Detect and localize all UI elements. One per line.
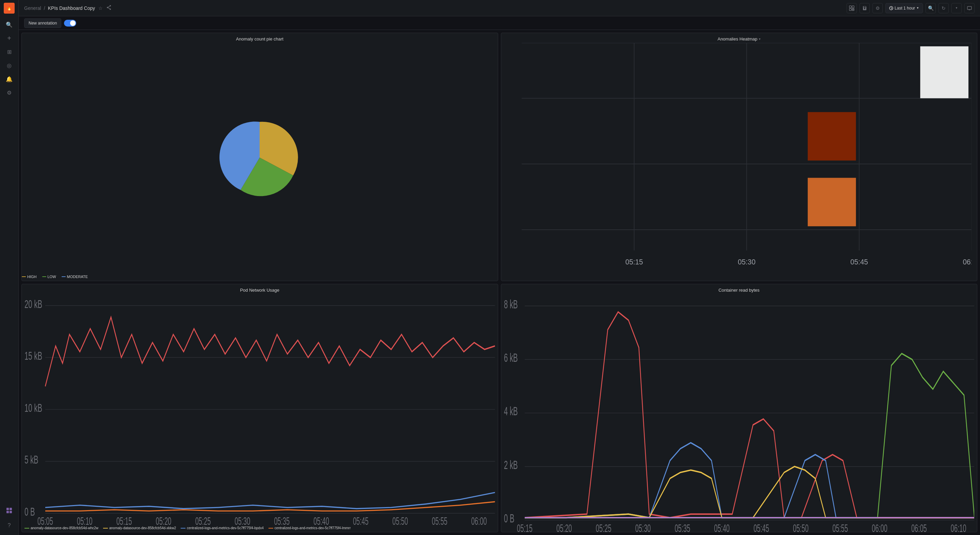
pie-chart-title: Anomaly count pie chart: [22, 33, 490, 43]
annotation-toggle[interactable]: [64, 20, 76, 27]
topbar: General / KPIs Dashboard Copy ☆ ⚙ Last 1…: [19, 0, 490, 16]
sidebar: 🔥 🔍 + ⊞ ◎ 🔔 ⚙ ?: [0, 0, 19, 268]
svg-point-8: [110, 8, 111, 10]
pie-chart-svg: [219, 117, 301, 198]
svg-point-6: [110, 5, 111, 6]
svg-line-9: [108, 6, 110, 7]
main-content: Anomaly count pie chart HIGH LOW: [19, 30, 490, 268]
explore-icon[interactable]: ◎: [3, 59, 15, 72]
subbar: New annotation: [19, 16, 490, 30]
share-icon[interactable]: [106, 5, 111, 11]
pie-chart-container: [22, 43, 490, 268]
breadcrumb: General / KPIs Dashboard Copy ☆: [24, 5, 111, 11]
svg-line-10: [108, 8, 110, 9]
alerting-icon[interactable]: 🔔: [3, 73, 15, 85]
svg-point-7: [107, 7, 108, 8]
new-annotation-button[interactable]: New annotation: [24, 18, 61, 28]
svg-text:🔥: 🔥: [6, 5, 12, 11]
add-icon[interactable]: +: [3, 32, 15, 44]
dashboards-icon[interactable]: ⊞: [3, 46, 15, 58]
star-icon[interactable]: ☆: [98, 5, 103, 11]
search-icon[interactable]: 🔍: [3, 18, 15, 30]
breadcrumb-home[interactable]: General: [24, 5, 41, 11]
grafana-logo[interactable]: 🔥: [4, 3, 14, 14]
breadcrumb-separator: /: [44, 5, 45, 11]
pie-chart-panel: Anomaly count pie chart HIGH LOW: [21, 33, 490, 268]
page-title: KPIs Dashboard Copy: [48, 5, 95, 11]
configuration-icon[interactable]: ⚙: [3, 86, 15, 99]
